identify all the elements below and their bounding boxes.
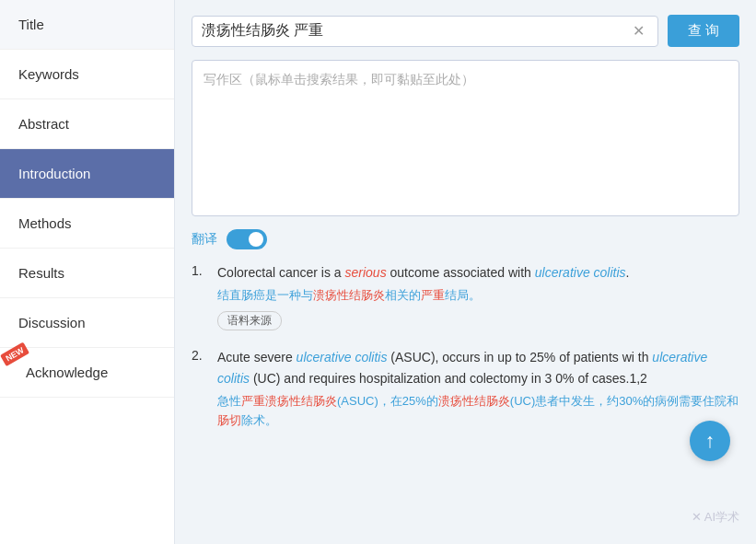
toggle-thumb <box>249 232 263 247</box>
sidebar-item-label: Title <box>18 17 44 32</box>
result-content: Acute severe ulcerative colitis (ASUC), … <box>217 347 739 435</box>
sidebar-item-discussion[interactable]: Discussion <box>0 298 174 348</box>
search-button[interactable]: 查 询 <box>668 15 739 47</box>
sidebar-item-results[interactable]: Results <box>0 249 174 298</box>
sidebar-item-abstract[interactable]: Abstract <box>0 99 174 149</box>
writing-area-placeholder: 写作区（鼠标单击搜索结果，即可黏贴至此处） <box>204 72 474 87</box>
cn-hl-cut: 肠切 <box>217 413 241 427</box>
sidebar-item-title[interactable]: Title <box>0 0 174 50</box>
clear-icon[interactable]: ✕ <box>630 22 648 41</box>
result-number: 1. <box>192 263 210 330</box>
cn-highlight-2: 严重 <box>421 288 445 302</box>
main-content: ✕ 查 询 写作区（鼠标单击搜索结果，即可黏贴至此处） 翻译 1. Colore… <box>175 0 756 544</box>
translate-row: 翻译 <box>192 229 739 249</box>
result-number: 2. <box>192 348 210 435</box>
result-cn-text: 结直肠癌是一种与溃疡性结肠炎相关的严重结局。 <box>217 286 739 306</box>
keyword-serious: serious <box>345 265 387 280</box>
keyword-uc-1: ulcerative colitis <box>297 350 388 365</box>
keyword-uc: ulcerative colitis <box>535 265 626 280</box>
writing-area[interactable]: 写作区（鼠标单击搜索结果，即可黏贴至此处） <box>192 60 739 216</box>
list-item: 2. Acute severe ulcerative colitis (ASUC… <box>192 347 739 435</box>
search-input-wrap: ✕ <box>192 16 658 47</box>
sidebar-item-keywords[interactable]: Keywords <box>0 50 174 99</box>
cn-hl-severe: 严重溃疡性结肠炎 <box>241 394 337 408</box>
sidebar-item-label: Keywords <box>18 66 79 82</box>
scroll-up-icon: ↑ <box>705 429 715 453</box>
sidebar-item-label: Discussion <box>18 315 86 330</box>
sidebar-item-acknowledge[interactable]: NEW Acknowledge <box>0 348 174 398</box>
sidebar-item-methods[interactable]: Methods <box>0 199 174 249</box>
search-bar: ✕ 查 询 <box>192 15 739 47</box>
result-cn-text: 急性严重溃疡性结肠炎(ASUC)，在25%的溃疡性结肠炎(UC)患者中发生，约3… <box>217 392 739 431</box>
sidebar-item-label: Results <box>18 265 64 281</box>
result-en-text[interactable]: Acute severe ulcerative colitis (ASUC), … <box>217 347 739 388</box>
cn-hl-uc: 溃疡性结肠炎 <box>438 394 510 408</box>
search-input[interactable] <box>202 23 622 40</box>
translate-toggle[interactable] <box>227 229 267 249</box>
results-list: 1. Colorectal cancer is a serious outcom… <box>192 262 739 436</box>
scroll-up-button[interactable]: ↑ <box>690 421 730 461</box>
result-en-text[interactable]: Colorectal cancer is a serious outcome a… <box>217 262 739 283</box>
sidebar-item-label: Methods <box>18 215 72 231</box>
list-item: 1. Colorectal cancer is a serious outcom… <box>192 262 739 330</box>
source-tag[interactable]: 语料来源 <box>217 311 282 330</box>
sidebar: Title Keywords Abstract Introduction Met… <box>0 0 175 544</box>
cn-highlight-1: 溃疡性结肠炎 <box>313 288 385 302</box>
translate-label: 翻译 <box>192 231 217 248</box>
sidebar-item-introduction[interactable]: Introduction <box>0 149 174 199</box>
sidebar-item-label: Acknowledge <box>26 365 108 380</box>
sidebar-item-label: Abstract <box>18 116 69 132</box>
sidebar-item-label: Introduction <box>18 166 90 181</box>
result-content: Colorectal cancer is a serious outcome a… <box>217 262 739 330</box>
keyword-uc-2: ulcerative colitis <box>217 350 707 385</box>
